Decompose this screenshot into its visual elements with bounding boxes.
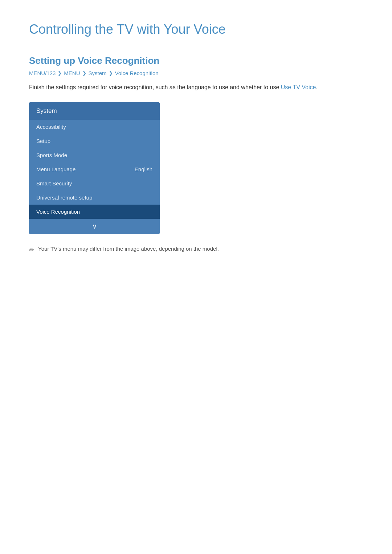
breadcrumb-item-voice-recognition[interactable]: Voice Recognition <box>115 70 159 76</box>
menu-item-menu-language[interactable]: Menu Language English <box>29 162 160 176</box>
pencil-icon: ✏ <box>29 246 34 254</box>
menu-item-universal-remote[interactable]: Universal remote setup <box>29 190 160 205</box>
menu-item-menu-language-label: Menu Language <box>36 166 75 172</box>
body-text: Finish the settings required for voice r… <box>29 83 356 92</box>
menu-item-accessibility[interactable]: Accessibility <box>29 120 160 134</box>
note-row: ✏ Your TV's menu may differ from the ima… <box>29 246 363 254</box>
note-text: Your TV's menu may differ from the image… <box>38 246 219 252</box>
menu-item-smart-security[interactable]: Smart Security <box>29 176 160 190</box>
breadcrumb-separator-3: ❯ <box>109 70 113 76</box>
menu-item-sports-mode[interactable]: Sports Mode <box>29 148 160 162</box>
menu-item-voice-recognition[interactable]: Voice Recognition <box>29 205 160 219</box>
page-title: Controlling the TV with Your Voice <box>29 22 363 37</box>
menu-item-setup[interactable]: Setup <box>29 134 160 148</box>
system-menu: System Accessibility Setup Sports Mode M… <box>29 102 160 234</box>
menu-item-setup-label: Setup <box>36 138 50 144</box>
breadcrumb-item-system[interactable]: System <box>89 70 107 76</box>
menu-footer: ∨ <box>29 219 160 234</box>
menu-item-voice-recognition-label: Voice Recognition <box>36 209 80 215</box>
chevron-down-icon: ∨ <box>92 222 97 230</box>
body-text-before: Finish the settings required for voice r… <box>29 84 281 90</box>
menu-item-sports-mode-label: Sports Mode <box>36 152 67 158</box>
menu-item-smart-security-label: Smart Security <box>36 180 72 186</box>
breadcrumb-separator-1: ❯ <box>58 70 62 76</box>
use-tv-voice-link[interactable]: Use TV Voice <box>281 84 316 90</box>
section-title: Setting up Voice Recognition <box>29 55 363 66</box>
breadcrumb-item-menu[interactable]: MENU <box>64 70 80 76</box>
breadcrumb-separator-2: ❯ <box>82 70 86 76</box>
menu-header: System <box>29 102 160 120</box>
breadcrumb: MENU/123 ❯ MENU ❯ System ❯ Voice Recogni… <box>29 70 363 76</box>
body-text-after: . <box>316 84 317 90</box>
menu-item-accessibility-label: Accessibility <box>36 124 66 130</box>
menu-item-universal-remote-label: Universal remote setup <box>36 194 92 201</box>
breadcrumb-item-menu123[interactable]: MENU/123 <box>29 70 56 76</box>
menu-item-menu-language-value: English <box>135 166 152 172</box>
